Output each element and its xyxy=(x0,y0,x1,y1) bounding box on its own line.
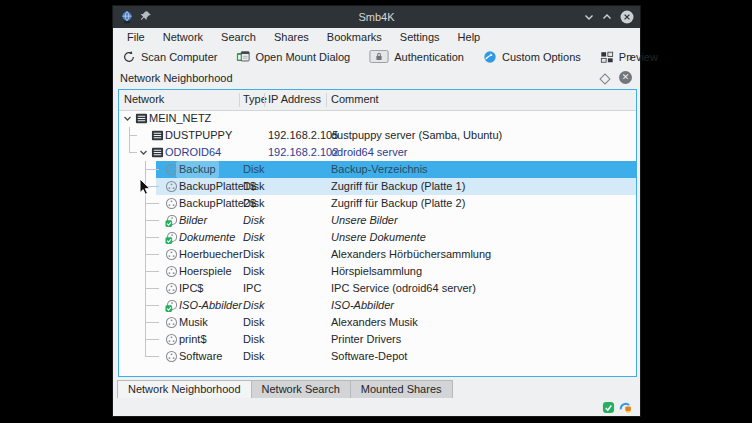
row-comment: Alexanders Hörbüchersammlung xyxy=(331,246,491,263)
toolbar-buttons: Scan ComputerOpen Mount DialogAuthentica… xyxy=(122,50,658,64)
tree-branch-line xyxy=(145,203,159,204)
row-name: Software xyxy=(179,348,222,365)
menu-network[interactable]: Network xyxy=(154,28,212,46)
table-header: NetworkTypeIP AddressComment xyxy=(119,90,636,111)
row-comment: Zugriff für Backup (Platte 1) xyxy=(331,178,465,195)
row-comment: Alexanders Musik xyxy=(331,314,418,331)
column-separator[interactable] xyxy=(326,93,327,107)
tree-branch-line xyxy=(145,220,159,221)
row-comment: Software-Depot xyxy=(331,348,407,365)
tree-row-IPC$[interactable]: IPC$IPCIPC Service (odroid64 server) xyxy=(119,280,636,297)
tree-row-DUSTPUPPY[interactable]: DUSTPUPPY192.168.2.105dustpuppy server (… xyxy=(119,127,636,144)
dock-header: Network Neighborhood ✕ xyxy=(113,67,640,89)
row-name: print$ xyxy=(179,331,207,348)
row-name: Hoerbuecher xyxy=(179,246,243,263)
tree-row-Backup[interactable]: BackupDiskBackup-Verzeichnis xyxy=(119,161,636,178)
menu-shares[interactable]: Shares xyxy=(265,28,318,46)
column-header-comment[interactable]: Comment xyxy=(331,90,379,109)
row-type: Disk xyxy=(243,161,264,178)
close-circle-icon xyxy=(620,10,634,24)
row-name: Dokumente xyxy=(179,229,235,246)
share-icon xyxy=(165,316,178,329)
row-type: Disk xyxy=(243,229,264,246)
feedback-icon[interactable] xyxy=(619,401,632,414)
menu-help[interactable]: Help xyxy=(449,28,490,46)
dock-float-icon[interactable] xyxy=(599,73,610,84)
tree-row-Musik[interactable]: MusikDiskAlexanders Musik xyxy=(119,314,636,331)
menu-bookmarks[interactable]: Bookmarks xyxy=(318,28,391,46)
row-name: Bilder xyxy=(179,212,207,229)
expand-chevron-icon[interactable] xyxy=(123,114,132,123)
share-icon xyxy=(165,333,178,346)
row-comment: odroid64 server xyxy=(331,144,407,161)
share-icon xyxy=(165,248,178,261)
tree-row-ODROID64[interactable]: ODROID64192.168.2.102odroid64 server xyxy=(119,144,636,161)
row-comment: dustpuppy server (Samba, Ubuntu) xyxy=(331,127,502,144)
scan-computer-button[interactable]: Scan Computer xyxy=(122,50,217,64)
tree-row-print$[interactable]: print$DiskPrinter Drivers xyxy=(119,331,636,348)
column-header-ip-address[interactable]: IP Address xyxy=(268,90,321,109)
tree-branch-line xyxy=(129,135,137,136)
tree-row-Dokumente[interactable]: DokumenteDiskUnsere Dokumente xyxy=(119,229,636,246)
tree-row-MEIN_NETZ[interactable]: MEIN_NETZ xyxy=(119,110,636,127)
close-button[interactable] xyxy=(620,10,634,24)
tree-branch-line xyxy=(145,339,159,340)
row-name: Musik xyxy=(179,314,208,331)
tree-row-Hoerspiele[interactable]: HoerspieleDiskHörspielsammlung xyxy=(119,263,636,280)
chevron-up-icon xyxy=(600,10,614,24)
row-name: DUSTPUPPY xyxy=(165,127,232,144)
tree-branch-line xyxy=(145,237,159,238)
toolbar: Scan ComputerOpen Mount DialogAuthentica… xyxy=(113,46,640,67)
minimize-button[interactable] xyxy=(582,10,596,24)
maximize-button[interactable] xyxy=(600,10,614,24)
share-mounted-icon xyxy=(165,231,178,244)
tree-row-Hoerbuecher[interactable]: HoerbuecherDiskAlexanders Hörbüchersamml… xyxy=(119,246,636,263)
host-icon xyxy=(151,146,164,159)
tree-branch-line xyxy=(145,356,159,357)
share-mounted-icon xyxy=(165,299,178,312)
menubar: FileNetworkSearchSharesBookmarksSettings… xyxy=(113,28,640,46)
row-ip: 192.168.2.105 xyxy=(268,127,338,144)
share-icon xyxy=(165,197,178,210)
titlebar[interactable]: Smb4K xyxy=(113,6,640,28)
column-separator[interactable] xyxy=(264,93,265,107)
menu-file[interactable]: File xyxy=(118,28,154,46)
tab-network-search[interactable]: Network Search xyxy=(251,380,351,398)
mounted-emblem-icon[interactable] xyxy=(602,401,615,414)
row-type: Disk xyxy=(243,246,264,263)
network-group-icon xyxy=(135,112,148,125)
tab-mounted-shares[interactable]: Mounted Shares xyxy=(350,380,453,398)
dock-tabbar: Network NeighborhoodNetwork SearchMounte… xyxy=(113,379,640,398)
custom-options-button[interactable]: Custom Options xyxy=(483,50,581,64)
custom-options-icon xyxy=(483,50,497,64)
dock-close-icon[interactable]: ✕ xyxy=(619,71,632,84)
row-comment: IPC Service (odroid64 server) xyxy=(331,280,476,297)
row-name: Hoerspiele xyxy=(179,263,232,280)
tree-row-ISO-Abbilder[interactable]: ISO-AbbilderDiskISO-Abbilder xyxy=(119,297,636,314)
tab-network-neighborhood[interactable]: Network Neighborhood xyxy=(117,380,252,398)
chevron-down-icon xyxy=(582,10,596,24)
tree-row-Software[interactable]: SoftwareDiskSoftware-Depot xyxy=(119,348,636,365)
column-header-network[interactable]: Network xyxy=(124,90,164,109)
tree-row-BackupPlatte2$[interactable]: BackupPlatte2$DiskZugriff für Backup (Pl… xyxy=(119,195,636,212)
row-type: Disk xyxy=(243,195,264,212)
tree-branch-line xyxy=(145,254,159,255)
tree-row-BackupPlatte1$[interactable]: BackupPlatte1$DiskZugriff für Backup (Pl… xyxy=(119,178,636,195)
row-comment: Backup-Verzeichnis xyxy=(331,161,428,178)
row-type: Disk xyxy=(243,297,264,314)
mount-dialog-icon xyxy=(236,50,250,64)
toolbar-button-label: Open Mount Dialog xyxy=(255,51,350,63)
window-title: Smb4K xyxy=(113,11,640,23)
open-mount-dialog-button[interactable]: Open Mount Dialog xyxy=(236,50,350,64)
tree-branch-line xyxy=(145,288,159,289)
row-type: Disk xyxy=(243,212,264,229)
host-icon xyxy=(151,129,164,142)
menu-search[interactable]: Search xyxy=(212,28,265,46)
toolbar-overflow-chevron[interactable]: › xyxy=(629,46,633,67)
tree-row-Bilder[interactable]: BilderDiskUnsere Bilder xyxy=(119,212,636,229)
authentication-button[interactable]: Authentication xyxy=(369,50,464,64)
authentication-lock-icon xyxy=(369,50,389,63)
column-separator[interactable] xyxy=(239,93,240,107)
menu-settings[interactable]: Settings xyxy=(391,28,449,46)
expand-chevron-icon[interactable] xyxy=(139,148,148,157)
